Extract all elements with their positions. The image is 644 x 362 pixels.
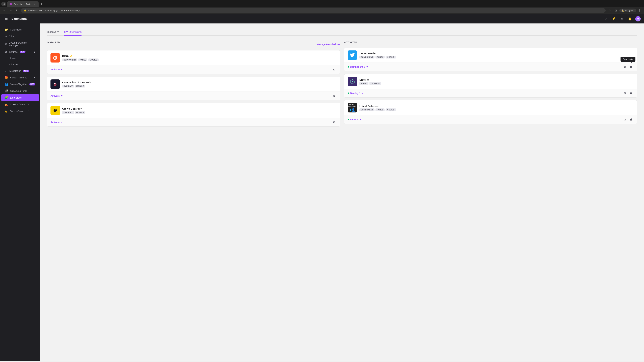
sidebar-label-safety-center: Safety Center (10, 110, 24, 112)
activated-column: Activated (344, 41, 637, 129)
extensions-icon: 🧩 (5, 96, 8, 99)
twitter-card-top: Twitter Feed+ COMPONENT PANEL MOBILE (344, 48, 637, 62)
tab-title: Extensions - Twitch (14, 3, 32, 5)
companion-tag-mobile: MOBILE (75, 85, 85, 87)
crowd-activate-button[interactable]: Activate ▼ (50, 121, 63, 123)
diceroll-trash-icon: 🗑 (630, 92, 632, 95)
refresh-button[interactable]: ↻ (15, 8, 20, 13)
latest-icon: LATESTFOLLOWS +👤 (348, 103, 357, 112)
latest-card-top: LATESTFOLLOWS +👤 Latest Followers COMPON… (344, 100, 637, 115)
diceroll-deactivate-button[interactable]: 🗑 (629, 91, 634, 96)
twitter-active-dot (348, 66, 349, 67)
twitter-name: Twitter Feed+ (360, 52, 634, 55)
tab-discovery[interactable]: Discovery (47, 29, 59, 36)
sidebar-item-stream-together[interactable]: 👥 Stream Together NEW (1, 81, 39, 87)
svg-point-3 (54, 83, 55, 84)
browser-tab-active[interactable]: 🟣 Extensions - Twitch × (7, 1, 38, 7)
diceroll-card-top: Dice Roll PANEL OVERLAY (344, 74, 637, 89)
page-tabs: Discovery My Extensions (47, 29, 637, 36)
crowd-card-bottom: Activate ▼ ⚙ (47, 118, 340, 126)
new-tab-button[interactable]: + (39, 2, 44, 6)
latest-active-dot (348, 119, 349, 120)
sidebar-label-copyright: Copyright Claims Manager (9, 41, 36, 47)
sidebar-item-settings[interactable]: ⚙ Settings NEW ▲ (1, 49, 39, 55)
installed-column: Installed Manage Permissions (47, 41, 340, 129)
sidebar-item-extensions[interactable]: 🧩 Extensions (1, 94, 39, 101)
app-header: ☰ Extensions ? ⚡ ✉ 🔔 M (0, 14, 644, 23)
svg-point-8 (54, 110, 54, 110)
blerp-settings-button[interactable]: ⚙ (332, 67, 336, 72)
back-button[interactable]: ← (2, 8, 7, 13)
sidebar-item-collections[interactable]: 📁 Collections (1, 26, 39, 33)
tab-nav-back[interactable]: ◀ (1, 2, 6, 6)
creator-camp-icon: ⛺ (5, 103, 8, 106)
twitter-settings-button[interactable]: ⚙ (622, 64, 628, 69)
sidebar-item-stream[interactable]: Stream (1, 55, 39, 61)
notifications-button[interactable]: 🔔 (627, 16, 632, 21)
latest-tag-panel: PANEL (376, 108, 384, 111)
url-text: dashboard.twitch.tv/u/moodjoy071/extensi… (28, 9, 80, 12)
companion-card-bottom: Activate ▼ ⚙ (47, 91, 340, 100)
latest-settings-button[interactable]: ⚙ (622, 117, 628, 122)
latest-icon-graphic: LATESTFOLLOWS +👤 (348, 103, 357, 112)
svg-point-7 (55, 109, 57, 111)
crowd-settings-button[interactable]: ⚙ (332, 120, 336, 125)
twitter-status[interactable]: Component 2 ▼ (348, 65, 622, 68)
blerp-tag-component: COMPONENT (62, 58, 77, 61)
tab-close-btn[interactable]: × (34, 3, 36, 5)
menu-button[interactable]: ⋮ (637, 8, 642, 13)
forward-button[interactable]: → (8, 8, 13, 13)
sidebar-label-collections: Collections (10, 28, 22, 31)
window-button[interactable]: ⊡ (613, 8, 618, 13)
manage-permissions-link[interactable]: Manage Permissions (317, 43, 340, 46)
latest-deactivate-button[interactable]: 🗑 (629, 117, 634, 122)
twitter-trash-icon: 🗑 (630, 65, 632, 68)
sidebar-item-channel[interactable]: Channel (1, 61, 39, 67)
companion-settings-button[interactable]: ⚙ (332, 93, 336, 98)
latest-tag-mobile: MOBILE (386, 108, 396, 111)
extension-card-latest-followers: LATESTFOLLOWS +👤 Latest Followers COMPON… (344, 100, 637, 124)
latest-tag-component: COMPONENT (360, 108, 374, 111)
twitter-status-chevron-icon: ▼ (366, 65, 368, 68)
svg-point-13 (352, 81, 353, 82)
twitter-deactivate-button[interactable]: 🗑 Deactivate (629, 64, 634, 69)
sidebar-item-moderation[interactable]: 🛡 Moderation NEW (1, 68, 39, 74)
crowd-activate-label: Activate (50, 121, 60, 123)
twitter-icon (348, 50, 357, 60)
sidebar-item-safety-center[interactable]: 🔒 Safety Center ↗ (1, 108, 39, 114)
tab-my-extensions[interactable]: My Extensions (64, 29, 82, 36)
sidebar-item-creator-camp[interactable]: ⛺ Creator Camp ↗ (1, 101, 39, 108)
latest-status[interactable]: Panel 1 ▼ (348, 118, 622, 121)
sidebar-item-copyright[interactable]: © Copyright Claims Manager (1, 40, 39, 48)
url-bar[interactable]: 🔒 dashboard.twitch.tv/u/moodjoy071/exten… (21, 8, 606, 13)
sidebar-item-clips[interactable]: ✂ Clips (1, 33, 39, 39)
blerp-card-bottom: Activate ▼ ⚙ (47, 65, 340, 74)
svg-rect-2 (52, 81, 58, 87)
blerp-activate-button[interactable]: Activate ▼ (50, 68, 63, 71)
blerp-activate-label: Activate (50, 68, 60, 71)
sidebar-item-streaming-tools[interactable]: 🎬 Streaming Tools (1, 88, 39, 94)
companion-info: Companion of the Lamb OVERLAY MOBILE (62, 81, 336, 87)
incognito-icon: 🕵 (621, 9, 624, 12)
diceroll-info: Dice Roll PANEL OVERLAY (360, 78, 634, 85)
help-button[interactable]: ? (603, 16, 608, 21)
twitter-tag-panel: PANEL (376, 56, 384, 58)
incognito-label: Incognito (625, 9, 634, 12)
diceroll-tags: PANEL OVERLAY (360, 82, 634, 85)
turbo-button[interactable]: ⚡ (611, 16, 616, 21)
safety-center-icon: 🔒 (5, 109, 8, 113)
extension-card-twitter: Twitter Feed+ COMPONENT PANEL MOBILE (344, 48, 637, 71)
companion-tag-overlay: OVERLAY (62, 85, 74, 87)
messages-button[interactable]: ✉ (619, 16, 624, 21)
user-avatar[interactable]: M (635, 16, 641, 21)
diceroll-active-dot (348, 92, 349, 94)
sidebar-label-streaming-tools: Streaming Tools (10, 90, 27, 92)
sidebar-item-viewer-rewards[interactable]: 🎁 Viewer Rewards ▼ (1, 74, 39, 81)
svg-point-9 (56, 110, 56, 110)
diceroll-settings-button[interactable]: ⚙ (622, 91, 628, 96)
blerp-name: Blerp 🎺 (62, 54, 336, 57)
companion-activate-button[interactable]: Activate ▼ (50, 94, 63, 97)
diceroll-status[interactable]: Overlay 1 ▼ (348, 92, 622, 94)
bookmark-button[interactable]: ☆ (607, 8, 612, 13)
hamburger-button[interactable]: ☰ (3, 16, 10, 22)
